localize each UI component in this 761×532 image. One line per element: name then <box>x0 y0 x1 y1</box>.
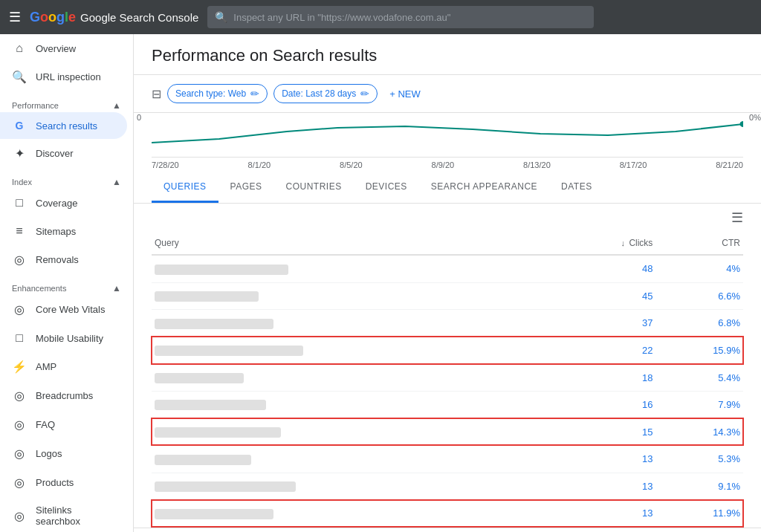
table-row[interactable]: 484% <box>152 255 743 282</box>
ctr-cell: 14.3% <box>655 418 743 446</box>
main-layout: ⌂ Overview 🔍 URL inspection Performance … <box>0 34 761 532</box>
sidebar-item-search-results[interactable]: G Search results <box>0 112 127 139</box>
google-logo: Google <box>30 10 76 25</box>
tab-dates[interactable]: DATES <box>549 172 604 203</box>
table-row[interactable]: 1514.3% <box>152 418 743 446</box>
clicks-cell: 22 <box>557 337 655 364</box>
discover-icon: ✦ <box>12 146 27 160</box>
sidebar-item-amp[interactable]: ⚡ AMP <box>0 352 127 381</box>
clicks-cell: 45 <box>557 282 655 310</box>
new-filter-button[interactable]: + NEW <box>383 85 427 103</box>
ctr-cell: 6.6% <box>655 282 743 310</box>
app-title: Google Search Console <box>80 11 198 24</box>
core-web-vitals-icon: ◎ <box>12 302 27 317</box>
sidebar-item-coverage[interactable]: □ Coverage <box>0 189 127 217</box>
chip-edit-icon[interactable]: ✏ <box>360 88 369 100</box>
sidebar-item-label: URL inspection <box>36 71 101 82</box>
sidebar-item-url-inspection[interactable]: 🔍 URL inspection <box>0 62 127 91</box>
clicks-cell: 16 <box>557 391 655 418</box>
chart-area: 0 0% 7/28/20 8/1/20 8/5/20 8/9/20 8/13/2… <box>134 113 761 172</box>
date-filter-chip[interactable]: Date: Last 28 days ✏ <box>273 84 378 103</box>
table-row[interactable]: 456.6% <box>152 282 743 310</box>
chip-label: Date: Last 28 days <box>282 88 356 99</box>
google-g-icon: G <box>12 120 27 132</box>
chevron-up-icon[interactable]: ▲ <box>112 177 121 187</box>
clicks-cell: 13 <box>557 445 655 473</box>
queries-table: Query ↓ Clicks CTR 484%456.6%376.8%2215.… <box>152 232 743 528</box>
home-icon: ⌂ <box>12 42 27 55</box>
ctr-cell: 11.9% <box>655 500 743 528</box>
sidebar-item-label: Breadcrumbs <box>36 390 93 401</box>
table-row[interactable]: 135.3% <box>152 445 743 473</box>
breadcrumbs-icon: ◎ <box>12 389 27 403</box>
query-cell <box>152 282 557 310</box>
clicks-cell: 48 <box>557 255 655 282</box>
table-row[interactable]: 2215.9% <box>152 337 743 364</box>
table-row[interactable]: 139.1% <box>152 473 743 500</box>
tab-devices[interactable]: DEVICES <box>354 172 419 203</box>
sidebar-item-mobile-usability[interactable]: □ Mobile Usability <box>0 324 127 352</box>
y-axis-left-label: 0 <box>137 113 141 122</box>
app-logo: Google Google Search Console <box>30 10 198 25</box>
clicks-cell: 13 <box>557 500 655 528</box>
query-cell <box>152 391 557 418</box>
table-toolbar: ☰ <box>152 204 743 232</box>
sidebar-item-core-web-vitals[interactable]: ◎ Core Web Vitals <box>0 295 127 324</box>
ctr-cell: 9.1% <box>655 473 743 500</box>
query-cell <box>152 445 557 473</box>
topbar: ☰ Google Google Search Console 🔍 <box>0 0 761 34</box>
tab-queries[interactable]: QUERIES <box>152 172 218 203</box>
table-row[interactable]: 167.9% <box>152 391 743 418</box>
chart-container: 0 0% <box>152 113 743 158</box>
search-bar[interactable]: 🔍 <box>207 6 594 28</box>
tab-pages[interactable]: PAGES <box>218 172 274 203</box>
sidebar-item-sitemaps[interactable]: ≡ Sitemaps <box>0 217 127 245</box>
coverage-icon: □ <box>12 196 27 210</box>
sidebar-item-breadcrumbs[interactable]: ◎ Breadcrumbs <box>0 381 127 410</box>
sidebar-item-overview[interactable]: ⌂ Overview <box>0 34 127 62</box>
menu-icon[interactable]: ☰ <box>9 9 21 25</box>
sidebar-item-sitelinks-searchbox[interactable]: ◎ Sitelinks searchbox <box>0 497 127 532</box>
sidebar-item-logos[interactable]: ◎ Logos <box>0 439 127 468</box>
sidebar-item-label: FAQ <box>36 419 55 430</box>
sidebar-item-products[interactable]: ◎ Products <box>0 468 127 497</box>
chart-svg <box>152 113 743 150</box>
sitelinks-icon: ◎ <box>12 509 27 523</box>
section-label: Enhancements <box>12 284 66 293</box>
chip-edit-icon[interactable]: ✏ <box>250 88 259 100</box>
sidebar-item-label: Products <box>36 477 74 488</box>
sidebar-item-label: Logos <box>36 448 62 459</box>
query-cell <box>152 418 557 446</box>
sidebar-item-label: AMP <box>36 361 56 372</box>
clicks-cell: 18 <box>557 364 655 392</box>
sidebar-item-label: Discover <box>36 148 74 159</box>
sidebar-item-faq[interactable]: ◎ FAQ <box>0 410 127 439</box>
query-cell <box>152 473 557 500</box>
filter-bar: ⊟ Search type: Web ✏ Date: Last 28 days … <box>134 75 761 113</box>
sidebar-item-label: Overview <box>36 43 76 54</box>
tabs-bar: QUERIES PAGES COUNTRIES DEVICES SEARCH A… <box>134 172 761 204</box>
search-input[interactable] <box>233 12 586 23</box>
sidebar-item-removals[interactable]: ◎ Removals <box>0 245 127 274</box>
chevron-up-icon[interactable]: ▲ <box>112 283 121 293</box>
col-clicks[interactable]: ↓ Clicks <box>557 232 655 255</box>
sidebar-item-discover[interactable]: ✦ Discover <box>0 139 127 168</box>
ctr-cell: 5.4% <box>655 364 743 392</box>
search-type-filter-chip[interactable]: Search type: Web ✏ <box>167 84 268 103</box>
chevron-up-icon[interactable]: ▲ <box>112 100 121 111</box>
table-row[interactable]: 185.4% <box>152 364 743 392</box>
tab-search-appearance[interactable]: SEARCH APPEARANCE <box>419 172 549 203</box>
products-icon: ◎ <box>12 476 27 490</box>
col-ctr-label: CTR <box>722 238 740 248</box>
search-icon: 🔍 <box>215 11 227 23</box>
tab-countries[interactable]: COUNTRIES <box>273 172 353 203</box>
table-row[interactable]: 376.8% <box>152 310 743 337</box>
clicks-cell: 37 <box>557 310 655 337</box>
query-cell <box>152 255 557 282</box>
col-ctr: CTR <box>655 232 743 255</box>
query-cell <box>152 310 557 337</box>
table-row[interactable]: 1311.9% <box>152 500 743 528</box>
filter-icon[interactable]: ⊟ <box>152 87 161 101</box>
table-filter-icon[interactable]: ☰ <box>731 210 743 226</box>
section-performance: Performance ▲ <box>0 94 133 112</box>
